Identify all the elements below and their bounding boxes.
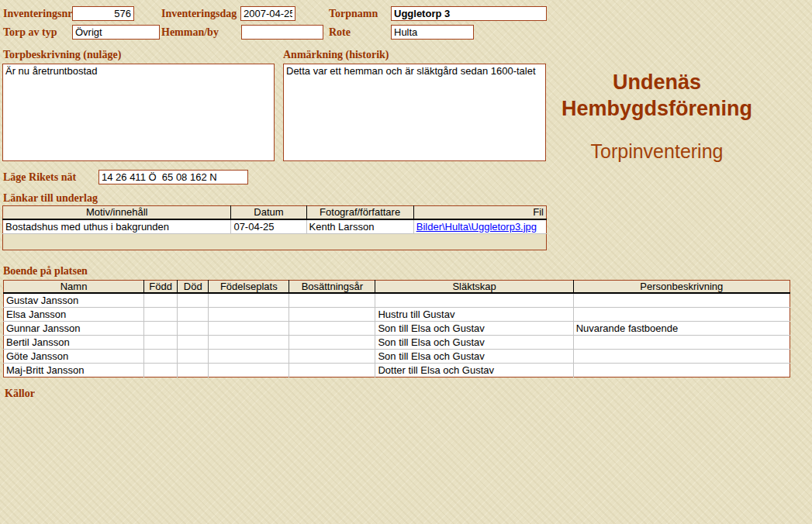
rote-label: Rote <box>329 26 351 39</box>
namn-cell[interactable]: Gustav Jansson <box>4 293 144 307</box>
lankar-header-row: Motiv/innehåll Datum Fotograf/författare… <box>3 206 547 219</box>
dod-cell[interactable] <box>178 293 209 307</box>
lankar-table: Motiv/innehåll Datum Fotograf/författare… <box>2 205 547 250</box>
hemman-by-label: Hemman/by <box>161 26 219 39</box>
fodelseplats-cell[interactable] <box>209 293 289 307</box>
fodd-cell[interactable] <box>144 335 178 349</box>
torp-av-typ-label: Torp av typ <box>3 26 57 39</box>
col-header-datum: Datum <box>231 206 306 219</box>
boende-section-label: Boende på platsen <box>3 265 88 278</box>
datum-cell[interactable]: 07-04-25 <box>231 219 306 234</box>
rote-input[interactable] <box>391 25 474 40</box>
inventeringsnr-input[interactable] <box>72 6 134 21</box>
namn-cell[interactable]: Maj-Britt Jansson <box>4 363 144 377</box>
col-header-slaktskap: Släktskap <box>375 281 573 294</box>
personbeskrivning-cell[interactable] <box>573 307 790 321</box>
fil-cell: Bilder\Hulta\Uggletorp3.jpg <box>413 219 546 234</box>
lankar-empty-area <box>3 234 547 250</box>
lage-rikets-nat-input[interactable] <box>98 170 248 184</box>
bosattningsar-cell[interactable] <box>289 307 375 321</box>
torpbeskrivning-textarea[interactable]: Är nu åretruntbostad <box>2 64 275 161</box>
boende-row: Bertil Jansson Son till Elsa och Gustav <box>4 335 790 349</box>
col-header-fodd: Född <box>144 281 178 294</box>
col-header-fotograf: Fotograf/författare <box>306 206 413 219</box>
torp-av-typ-input[interactable] <box>72 25 160 40</box>
bosattningsar-cell[interactable] <box>289 321 375 335</box>
namn-cell[interactable]: Elsa Jansson <box>4 307 144 321</box>
col-header-dod: Död <box>178 281 209 294</box>
col-header-personbeskrivning: Personbeskrivning <box>573 281 790 294</box>
torpbeskrivning-label: Torpbeskrivning (nuläge) <box>3 49 121 61</box>
dod-cell[interactable] <box>178 335 209 349</box>
namn-cell[interactable]: Göte Jansson <box>4 349 144 363</box>
fodd-cell[interactable] <box>144 321 178 335</box>
boende-row: Göte Jansson Son till Elsa och Gustav <box>4 349 790 363</box>
dod-cell[interactable] <box>178 363 209 377</box>
col-header-fodelseplats: Födelseplats <box>209 281 289 294</box>
anmarkning-textarea[interactable]: Detta var ett hemman och är släktgård se… <box>283 64 546 161</box>
slaktskap-cell[interactable]: Son till Elsa och Gustav <box>375 335 573 349</box>
lankar-row: Bostadshus med uthus i bakgrunden 07-04-… <box>3 219 547 234</box>
boende-header-row: Namn Född Död Födelseplats Bosättningsår… <box>4 281 790 294</box>
inventeringsdag-label: Inventeringsdag <box>161 8 237 20</box>
slaktskap-cell[interactable] <box>375 293 573 307</box>
boende-row: Maj-Britt Jansson Dotter till Elsa och G… <box>4 363 790 377</box>
fodd-cell[interactable] <box>144 307 178 321</box>
bosattningsar-cell[interactable] <box>289 349 375 363</box>
empty-cell <box>3 234 547 250</box>
boende-table: Namn Född Död Födelseplats Bosättningsår… <box>3 280 790 377</box>
dod-cell[interactable] <box>178 349 209 363</box>
org-title-line2: Hembygdsförening <box>544 95 769 122</box>
hemman-by-input[interactable] <box>241 25 323 40</box>
boende-row: Gustav Jansson <box>4 293 790 307</box>
namn-cell[interactable]: Bertil Jansson <box>4 335 144 349</box>
personbeskrivning-cell[interactable] <box>573 293 790 307</box>
personbeskrivning-cell[interactable] <box>573 349 790 363</box>
anmarkning-label: Anmärkning (historik) <box>283 49 389 61</box>
fodd-cell[interactable] <box>144 363 178 377</box>
torpnamn-label: Torpnamn <box>329 8 378 20</box>
fotograf-cell[interactable]: Kenth Larsson <box>306 219 413 234</box>
bosattningsar-cell[interactable] <box>289 335 375 349</box>
col-header-fil: Fil <box>413 206 546 219</box>
boende-row: Elsa Jansson Hustru till Gustav <box>4 307 790 321</box>
personbeskrivning-cell[interactable] <box>573 363 790 377</box>
col-header-bosattningsar: Bosättningsår <box>289 281 375 294</box>
slaktskap-cell[interactable]: Dotter till Elsa och Gustav <box>375 363 573 377</box>
org-title: Undenäs Hembygdsförening <box>544 69 769 122</box>
torpinventering-form: { "header": { "org_line1": "Undenäs", "o… <box>0 0 812 524</box>
boende-row: Gunnar Jansson Son till Elsa och Gustav … <box>4 321 790 335</box>
col-header-namn: Namn <box>4 281 144 294</box>
bosattningsar-cell[interactable] <box>289 363 375 377</box>
personbeskrivning-cell[interactable] <box>573 335 790 349</box>
dod-cell[interactable] <box>178 321 209 335</box>
bosattningsar-cell[interactable] <box>289 293 375 307</box>
org-title-line1: Undenäs <box>544 69 769 95</box>
file-link[interactable]: Bilder\Hulta\Uggletorp3.jpg <box>416 221 537 233</box>
fodd-cell[interactable] <box>144 293 178 307</box>
slaktskap-cell[interactable]: Hustru till Gustav <box>375 307 573 321</box>
motiv-cell[interactable]: Bostadshus med uthus i bakgrunden <box>3 219 231 234</box>
page-subtitle: Torpinventering <box>544 140 769 163</box>
fodelseplats-cell[interactable] <box>209 307 289 321</box>
inventeringsnr-label: Inventeringsnr <box>3 8 72 20</box>
fodelseplats-cell[interactable] <box>209 321 289 335</box>
slaktskap-cell[interactable]: Son till Elsa och Gustav <box>375 349 573 363</box>
fodelseplats-cell[interactable] <box>209 349 289 363</box>
slaktskap-cell[interactable]: Son till Elsa och Gustav <box>375 321 573 335</box>
fodd-cell[interactable] <box>144 349 178 363</box>
namn-cell[interactable]: Gunnar Jansson <box>4 321 144 335</box>
lankar-section-label: Länkar till underlag <box>3 192 98 205</box>
fodelseplats-cell[interactable] <box>209 363 289 377</box>
fodelseplats-cell[interactable] <box>209 335 289 349</box>
lage-rikets-nat-label: Läge Rikets nät <box>3 171 76 184</box>
personbeskrivning-cell[interactable]: Nuvarande fastboende <box>573 321 790 335</box>
col-header-motiv: Motiv/innehåll <box>3 206 231 219</box>
torpnamn-input[interactable] <box>391 6 547 21</box>
inventeringsdag-input[interactable] <box>240 6 295 21</box>
dod-cell[interactable] <box>178 307 209 321</box>
kallor-label: Källor <box>5 388 35 400</box>
